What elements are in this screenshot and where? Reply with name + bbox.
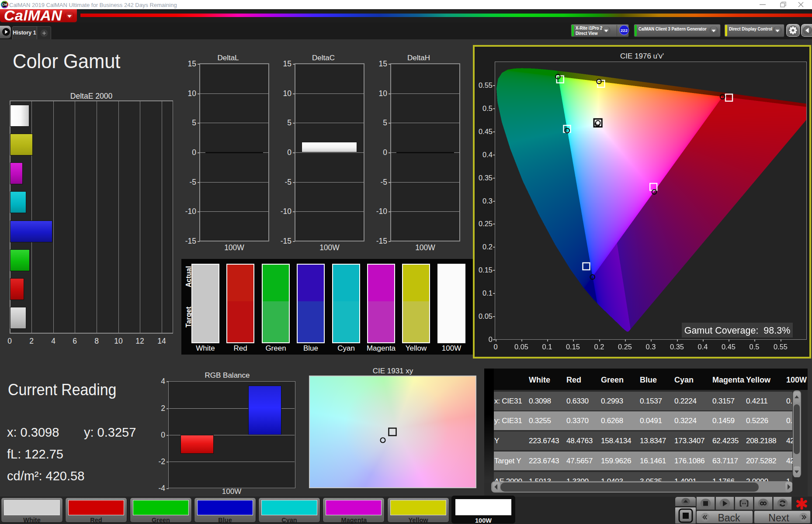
svg-text:CM: CM [2,3,7,7]
svg-text:222: 222 [621,28,628,33]
